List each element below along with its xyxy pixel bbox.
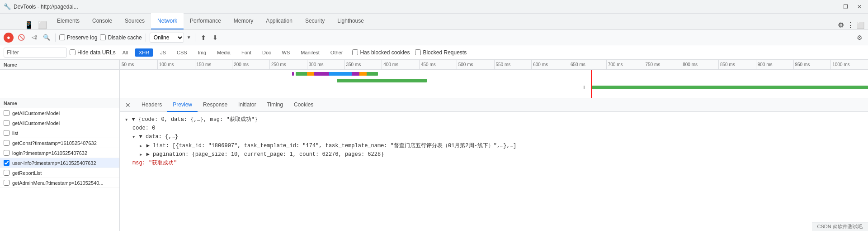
root-toggle[interactable] [125, 116, 128, 123]
dock-icon[interactable]: ⬜ [857, 22, 864, 29]
preserve-log-label[interactable]: Preserve log [59, 34, 97, 41]
name-column-header: Name [4, 62, 17, 67]
file-checkbox-2[interactable] [4, 130, 9, 136]
import-button[interactable]: ⬆ [199, 33, 208, 42]
blocked-requests-label[interactable]: Blocked Requests [415, 49, 467, 56]
has-blocked-cookies-label[interactable]: Has blocked cookies [352, 49, 410, 56]
tab-sources[interactable]: Sources [118, 13, 151, 29]
filter-tag-font[interactable]: Font [237, 48, 255, 57]
tick-850ms: 850 ms [718, 60, 756, 69]
file-name-2: list [12, 130, 18, 136]
file-checkbox-5[interactable] [4, 160, 9, 166]
filter-tag-xhr[interactable]: XHR [135, 48, 153, 57]
tick-900ms: 900 ms [756, 60, 793, 69]
file-checkbox-6[interactable] [4, 170, 9, 176]
record-button[interactable]: ● [4, 33, 14, 43]
list-item[interactable]: user-info?timestamp=1610525407632 [0, 158, 119, 168]
clear-button[interactable]: 🚫 [16, 33, 26, 43]
tab-lighthouse[interactable]: Lighthouse [331, 13, 370, 29]
file-name-6: getReportList [12, 170, 42, 176]
tick-750ms: 750 ms [644, 60, 681, 69]
main-tabs-wrapper: 📱 ⬜ Elements Console Sources Network Per… [0, 14, 868, 30]
file-checkbox-0[interactable] [4, 110, 9, 116]
tick-950ms: 950 ms [793, 60, 831, 69]
tab-preview[interactable]: Preview [167, 98, 198, 112]
list-item[interactable]: getAllCustomerModel [0, 108, 119, 118]
tick-300ms: 300 ms [307, 60, 344, 69]
disable-cache-label[interactable]: Disable cache [100, 34, 142, 41]
export-button[interactable]: ⬇ [211, 33, 220, 42]
list-item[interactable]: getAdminMenu?timestamp=161052540... [0, 178, 119, 188]
file-name-1: getAllCustomerModel [12, 120, 60, 126]
tab-console[interactable]: Console [86, 13, 118, 29]
list-item[interactable]: getAllCustomerModel [0, 118, 119, 128]
hide-data-urls-label[interactable]: Hide data URLs [70, 49, 116, 56]
file-checkbox-7[interactable] [4, 180, 9, 186]
hide-data-urls-checkbox[interactable] [70, 49, 75, 55]
file-checkbox-1[interactable] [4, 120, 9, 126]
tick-200ms: 200 ms [232, 60, 269, 69]
maximize-button[interactable]: ❐ [840, 3, 851, 11]
filter-input[interactable] [4, 48, 67, 58]
search-button[interactable]: 🔍 [42, 33, 52, 43]
network-throttle-select[interactable]: Online Offline Slow 3G Fast 3G [150, 33, 184, 43]
tab-response[interactable]: Response [198, 98, 233, 112]
list-item[interactable]: getConst?timestamp=1610525407632 [0, 138, 119, 148]
tab-elements[interactable]: Elements [51, 13, 86, 29]
tick-100ms: 100 ms [157, 60, 195, 69]
filter-tag-media[interactable]: Media [213, 48, 235, 57]
preserve-log-checkbox[interactable] [59, 34, 65, 40]
pagination-toggle[interactable] [140, 151, 143, 158]
file-name-3: getConst?timestamp=1610525407632 [12, 140, 97, 146]
timeline-right[interactable]: 50 ms 100 ms 150 ms 200 ms 250 ms 300 ms… [120, 60, 868, 98]
tab-timing[interactable]: Timing [261, 98, 288, 112]
footer-bar: CSDN @软件测试吧 [812, 222, 868, 231]
tab-headers[interactable]: Headers [136, 98, 167, 112]
tick-150ms: 150 ms [195, 60, 232, 69]
disable-cache-checkbox[interactable] [100, 34, 106, 40]
panel-close-button[interactable]: ✕ [123, 101, 132, 109]
file-list-panel: Name getAllCustomerModel getAllCustomerM… [0, 98, 120, 231]
filter-tag-css[interactable]: CSS [173, 48, 191, 57]
tab-security[interactable]: Security [299, 13, 331, 29]
filter-tag-other[interactable]: Other [326, 48, 347, 57]
separator-3 [195, 34, 195, 42]
filter-tag-all[interactable]: All [118, 48, 132, 57]
tab-performance[interactable]: Performance [184, 13, 227, 29]
blocked-requests-checkbox[interactable] [415, 49, 421, 55]
filter-tag-js[interactable]: JS [156, 48, 170, 57]
toolbar: ● 🚫 ⏿ 🔍 Preserve log Disable cache Onlin… [0, 30, 868, 45]
tab-network[interactable]: Network [151, 13, 184, 29]
list-item[interactable]: getReportList [0, 168, 119, 178]
data-toggle[interactable] [132, 134, 136, 140]
list-item[interactable]: login?timestamp=1610525407632 [0, 148, 119, 158]
file-checkbox-3[interactable] [4, 140, 9, 146]
list-item[interactable]: list [0, 128, 119, 138]
tab-initiator[interactable]: Initiator [233, 98, 261, 112]
settings-icon[interactable]: ⚙ [838, 21, 844, 29]
file-checkbox-4[interactable] [4, 150, 9, 156]
filter-tag-img[interactable]: Img [194, 48, 210, 57]
tick-550ms: 550 ms [494, 60, 532, 69]
tab-memory[interactable]: Memory [227, 13, 259, 29]
separator-1 [55, 34, 56, 42]
filter-bar: Hide data URLs All XHR JS CSS Img Media … [0, 45, 868, 60]
close-button[interactable]: ✕ [854, 3, 864, 11]
has-blocked-cookies-checkbox[interactable] [352, 49, 358, 55]
network-settings-button[interactable]: ⚙ [855, 33, 864, 42]
filter-button[interactable]: ⏿ [29, 33, 39, 43]
inspect-icon[interactable]: ⬜ [36, 21, 49, 29]
filter-tag-doc[interactable]: Doc [258, 48, 275, 57]
tab-application[interactable]: Application [259, 13, 299, 29]
right-panel: ✕ Headers Preview Response Initiator Tim… [120, 98, 868, 231]
filter-tag-manifest[interactable]: Manifest [297, 48, 324, 57]
filter-tag-ws[interactable]: WS [278, 48, 294, 57]
minimize-button[interactable]: — [826, 3, 837, 11]
separator-2 [146, 34, 146, 42]
device-icon[interactable]: 📱 [23, 21, 35, 29]
tab-cookies[interactable]: Cookies [288, 98, 319, 112]
more-icon[interactable]: ⋮ [847, 21, 854, 29]
devtools-icon: 🔧 [4, 3, 11, 10]
title-bar-left: 🔧 DevTools - http://pagedai... [4, 3, 78, 10]
list-toggle[interactable] [140, 143, 143, 149]
